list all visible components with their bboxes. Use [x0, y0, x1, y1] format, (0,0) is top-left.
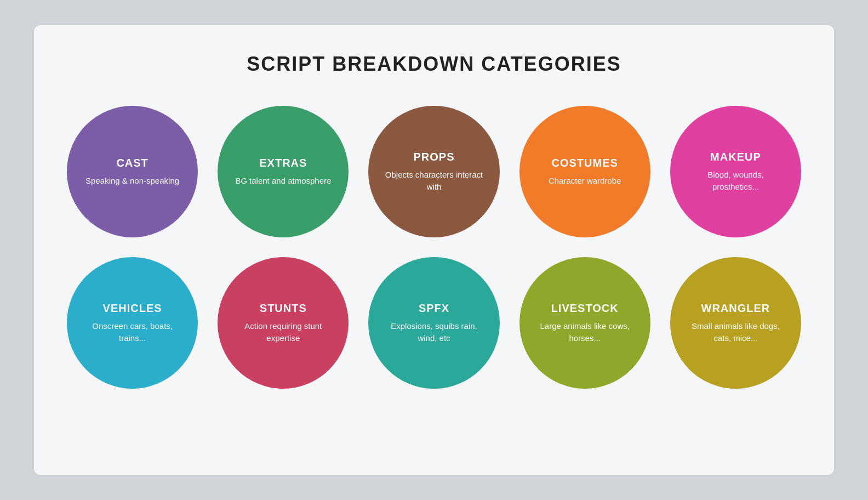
- circle-title-spfx: SPFX: [419, 302, 449, 315]
- circle-vehicles: VEHICLESOnscreen cars, boats, trains...: [67, 257, 198, 389]
- circles-grid: CASTSpeaking & non-speakingEXTRASBG tale…: [67, 106, 801, 389]
- circle-cast: CASTSpeaking & non-speaking: [67, 106, 198, 237]
- circle-makeup: MAKEUPBlood, wounds, prosthetics...: [670, 106, 801, 237]
- circles-row-1: CASTSpeaking & non-speakingEXTRASBG tale…: [67, 106, 801, 237]
- main-card: SCRIPT BREAKDOWN CATEGORIES CASTSpeaking…: [34, 25, 834, 475]
- circle-extras: EXTRASBG talent and atmosphere: [218, 106, 349, 237]
- circle-desc-spfx: Explosions, squibs rain, wind, etc: [381, 320, 486, 344]
- circle-desc-extras: BG talent and atmosphere: [235, 175, 331, 187]
- circle-title-costumes: COSTUMES: [552, 156, 618, 169]
- circle-desc-stunts: Action requiring stunt expertise: [231, 320, 335, 344]
- circle-desc-makeup: Blood, wounds, prosthetics...: [683, 169, 788, 193]
- page-title: SCRIPT BREAKDOWN CATEGORIES: [247, 53, 621, 76]
- circle-props: PROPSObjects characters interact with: [368, 106, 499, 237]
- circle-title-makeup: MAKEUP: [710, 150, 761, 163]
- circle-desc-costumes: Character wardrobe: [549, 175, 621, 187]
- circle-desc-props: Objects characters interact with: [381, 169, 486, 193]
- circle-title-livestock: LIVESTOCK: [551, 302, 619, 315]
- circle-title-extras: EXTRAS: [259, 156, 307, 169]
- circle-desc-livestock: Large animals like cows, horses...: [533, 320, 637, 344]
- circle-title-cast: CAST: [116, 156, 148, 169]
- circle-title-wrangler: WRANGLER: [701, 302, 770, 315]
- circle-title-props: PROPS: [413, 150, 454, 163]
- circle-title-stunts: STUNTS: [260, 302, 307, 315]
- circle-wrangler: WRANGLERSmall animals like dogs, cats, m…: [670, 257, 801, 389]
- circle-desc-vehicles: Onscreen cars, boats, trains...: [80, 320, 185, 344]
- circle-desc-wrangler: Small animals like dogs, cats, mice...: [683, 320, 788, 344]
- circle-costumes: COSTUMESCharacter wardrobe: [519, 106, 650, 237]
- circle-spfx: SPFXExplosions, squibs rain, wind, etc: [368, 257, 499, 389]
- circle-livestock: LIVESTOCKLarge animals like cows, horses…: [519, 257, 650, 389]
- circle-stunts: STUNTSAction requiring stunt expertise: [218, 257, 349, 389]
- circles-row-2: VEHICLESOnscreen cars, boats, trains...S…: [67, 257, 801, 389]
- circle-title-vehicles: VEHICLES: [103, 302, 162, 315]
- circle-desc-cast: Speaking & non-speaking: [85, 175, 179, 187]
